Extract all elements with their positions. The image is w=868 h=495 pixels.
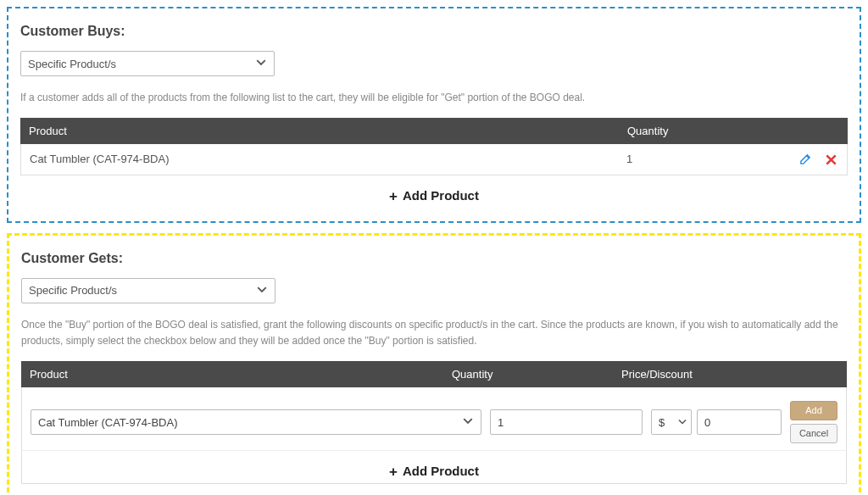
delete-icon[interactable]	[823, 152, 838, 167]
buys-add-product[interactable]: +Add Product	[20, 175, 848, 208]
buys-header-quantity: Quantity	[627, 125, 788, 137]
buys-row-quantity: 1	[626, 153, 787, 165]
customer-buys-panel: Customer Buys: Specific Product/s If a c…	[7, 7, 861, 223]
gets-price-group: $	[651, 409, 782, 435]
buys-table-header: Product Quantity	[20, 118, 848, 144]
customer-gets-title: Customer Gets:	[21, 251, 847, 266]
edit-icon[interactable]	[798, 151, 813, 166]
buys-row-product: Cat Tumbler (CAT-974-BDA)	[30, 153, 626, 165]
buys-type-select[interactable]: Specific Product/s	[20, 51, 275, 76]
gets-type-select-wrap: Specific Product/s	[21, 278, 275, 303]
buys-header-product: Product	[29, 125, 627, 137]
gets-quantity-input[interactable]	[490, 409, 643, 435]
gets-type-select[interactable]: Specific Product/s	[21, 278, 275, 303]
gets-product-select[interactable]: Cat Tumbler (CAT-974-BDA)	[31, 409, 481, 435]
plus-icon: +	[389, 188, 398, 204]
gets-price-input[interactable]	[697, 409, 782, 435]
gets-header-price: Price/Discount	[613, 368, 782, 381]
buys-table-row: Cat Tumbler (CAT-974-BDA) 1	[20, 144, 848, 175]
gets-edit-row: Cat Tumbler (CAT-974-BDA) $ Add Cancel	[21, 387, 847, 451]
add-button[interactable]: Add	[790, 401, 837, 420]
buys-type-select-wrap: Specific Product/s	[20, 51, 275, 76]
gets-add-label: Add Product	[403, 464, 479, 478]
customer-buys-title: Customer Buys:	[20, 24, 848, 39]
gets-header-quantity: Quantity	[443, 368, 613, 381]
gets-edit-buttons: Add Cancel	[790, 401, 837, 443]
plus-icon: +	[389, 464, 398, 480]
buys-help-text: If a customer adds all of the products f…	[20, 90, 848, 106]
buys-row-actions	[787, 151, 838, 168]
cancel-button[interactable]: Cancel	[790, 424, 837, 443]
gets-table-header: Product Quantity Price/Discount	[21, 361, 847, 387]
gets-product-select-wrap: Cat Tumbler (CAT-974-BDA)	[31, 409, 481, 435]
buys-add-label: Add Product	[403, 188, 479, 203]
gets-post-area: +Add Product	[21, 451, 847, 484]
gets-add-product[interactable]: +Add Product	[22, 451, 846, 483]
gets-unit-select-wrap: $	[651, 409, 692, 435]
gets-unit-select[interactable]: $	[651, 409, 692, 435]
customer-gets-panel: Customer Gets: Specific Product/s Once t…	[7, 233, 861, 495]
gets-header-product: Product	[30, 368, 443, 381]
gets-help-text: Once the "Buy" portion of the BOGO deal …	[21, 317, 847, 349]
